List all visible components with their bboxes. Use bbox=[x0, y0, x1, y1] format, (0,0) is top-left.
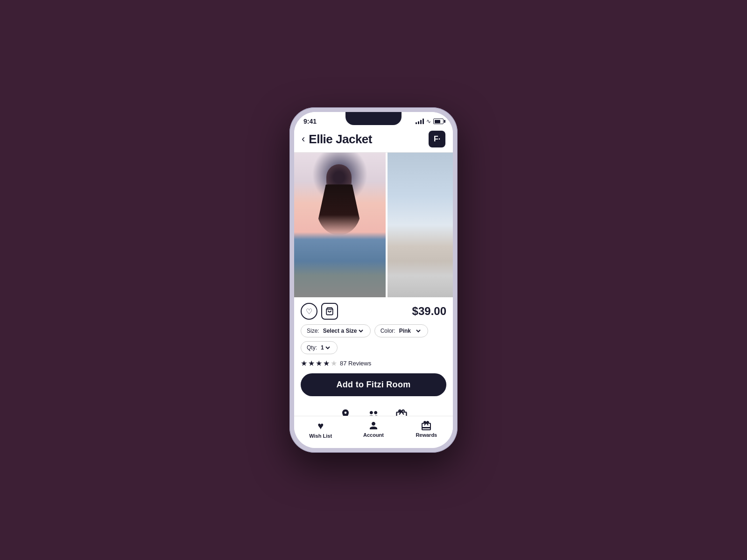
star-rating: ★ ★ ★ ★ ★ bbox=[301, 359, 337, 368]
status-icons: ∿ bbox=[416, 118, 444, 125]
color-selector[interactable]: Color: Pink Blue White bbox=[374, 324, 428, 337]
status-time: 9:41 bbox=[303, 118, 317, 125]
size-label: Size: bbox=[307, 328, 319, 334]
phone-screen: 9:41 ∿ ‹ Ellie Jacket F· bbox=[294, 112, 453, 448]
product-content: ♡ $39.00 Size: bbox=[294, 153, 453, 416]
cart-icon bbox=[325, 307, 334, 315]
qty-selector[interactable]: Qty: 1 2 3 bbox=[301, 341, 338, 354]
qty-label: Qty: bbox=[307, 344, 317, 351]
main-image-bg bbox=[294, 153, 386, 297]
size-selector[interactable]: Size: Select a Size XS S M L XL bbox=[301, 324, 371, 337]
nav-item-wishlist[interactable]: ♥ Wish List bbox=[304, 420, 337, 439]
qty-select[interactable]: 1 2 3 bbox=[319, 344, 331, 351]
wishlist-button[interactable]: ♡ bbox=[301, 303, 317, 320]
page-header: ‹ Ellie Jacket F· bbox=[294, 127, 453, 153]
review-count[interactable]: 87 Reviews bbox=[340, 360, 371, 367]
account-nav-icon bbox=[368, 420, 379, 431]
wishlist-nav-label: Wish List bbox=[309, 433, 332, 439]
add-to-fitzi-room-button[interactable]: Add to Fitzi Room bbox=[301, 373, 446, 396]
phone-notch bbox=[345, 112, 402, 125]
account-nav-label: Account bbox=[363, 432, 384, 438]
scroll-icon-2[interactable] bbox=[363, 405, 384, 416]
product-gallery bbox=[294, 153, 453, 297]
secondary-image-bg bbox=[388, 153, 453, 297]
nav-item-rewards[interactable]: Rewards bbox=[410, 420, 443, 439]
scroll-icon-3[interactable] bbox=[391, 405, 412, 416]
nav-item-account[interactable]: Account bbox=[357, 420, 390, 439]
product-selectors: Size: Select a Size XS S M L XL Color: bbox=[301, 324, 446, 354]
back-button[interactable]: ‹ bbox=[302, 133, 305, 145]
product-image-main[interactable] bbox=[294, 153, 386, 297]
brand-logo[interactable]: F· bbox=[429, 131, 445, 147]
wishlist-nav-icon: ♥ bbox=[317, 420, 324, 432]
color-select[interactable]: Pink Blue White bbox=[397, 327, 422, 335]
size-select[interactable]: Select a Size XS S M L XL bbox=[321, 327, 365, 335]
scroll-icon-1[interactable] bbox=[335, 405, 356, 416]
wifi-icon: ∿ bbox=[426, 118, 431, 125]
star-5: ★ bbox=[331, 359, 337, 368]
signal-icon bbox=[416, 119, 424, 124]
product-image-secondary[interactable] bbox=[388, 153, 453, 297]
reviews-row: ★ ★ ★ ★ ★ 87 Reviews bbox=[301, 359, 446, 368]
star-1: ★ bbox=[301, 359, 307, 368]
product-details: ♡ $39.00 Size: bbox=[294, 297, 453, 400]
page-title: Ellie Jacket bbox=[309, 132, 372, 147]
battery-icon bbox=[433, 119, 444, 124]
color-label: Color: bbox=[381, 328, 395, 334]
action-icons: ♡ bbox=[301, 303, 338, 320]
scroll-icons-section bbox=[294, 400, 453, 416]
star-2: ★ bbox=[308, 359, 315, 368]
bottom-navigation: ♥ Wish List Account Rewards bbox=[294, 416, 453, 448]
price-row: ♡ $39.00 bbox=[301, 303, 446, 320]
cart-button[interactable] bbox=[321, 303, 338, 320]
phone-frame: 9:41 ∿ ‹ Ellie Jacket F· bbox=[289, 107, 458, 453]
product-price: $39.00 bbox=[412, 305, 446, 318]
rewards-nav-label: Rewards bbox=[416, 432, 437, 438]
star-3: ★ bbox=[316, 359, 322, 368]
rewards-nav-icon bbox=[421, 420, 432, 431]
star-4: ★ bbox=[323, 359, 330, 368]
